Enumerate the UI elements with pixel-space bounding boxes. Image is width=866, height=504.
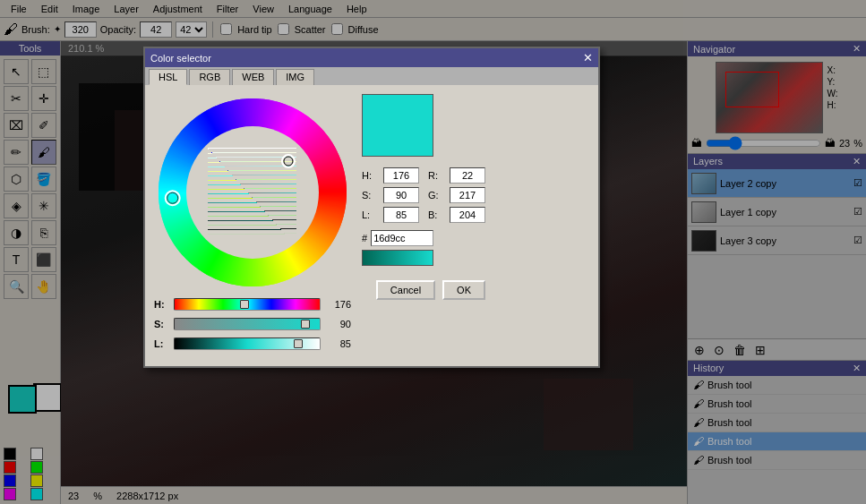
h-field-row: H: R: (362, 167, 485, 184)
g-field-label: G: (428, 190, 446, 201)
color-sliders: H: 176 S: 90 L: (154, 298, 351, 357)
sat-slider-track (174, 318, 321, 330)
sat-label: S: (154, 319, 168, 329)
h-field-label: H: (362, 170, 380, 181)
modal-tabs: HSL RGB WEB IMG (145, 67, 598, 85)
hue-label: H: (154, 299, 168, 310)
hex-input[interactable] (371, 230, 433, 246)
color-wheel-container[interactable] (154, 94, 351, 291)
lum-slider-row: L: 85 (154, 337, 351, 350)
modal-close-icon[interactable]: ✕ (583, 51, 593, 64)
l-field-input[interactable] (383, 207, 419, 223)
color-modal: Color selector ✕ HSL RGB WEB IMG H: (143, 47, 600, 368)
l-field-label: L: (362, 209, 380, 220)
modal-overlay: Color selector ✕ HSL RGB WEB IMG H: (0, 0, 866, 504)
h-field-input[interactable] (383, 167, 419, 184)
hex-row: # (362, 230, 485, 246)
hue-slider-track (174, 298, 321, 311)
l-field-row: L: B: (362, 207, 485, 223)
s-field-row: S: G: (362, 187, 485, 203)
b-field-label: B: (428, 209, 446, 220)
modal-title: Color selector (150, 53, 211, 64)
modal-body: H: 176 S: 90 L: (145, 85, 598, 366)
lum-value: 85 (326, 338, 351, 349)
modal-right: H: R: S: G: L: B: (362, 94, 485, 357)
b-field-input[interactable] (450, 207, 485, 223)
lum-slider-track (174, 337, 321, 350)
hex-label: # (362, 233, 367, 243)
sat-value: 90 (326, 319, 351, 329)
tab-web[interactable]: WEB (232, 69, 274, 85)
s-field-input[interactable] (383, 187, 419, 203)
sat-slider-row: S: 90 (154, 318, 351, 330)
lum-slider-thumb[interactable] (294, 339, 303, 348)
s-field-label: S: (362, 190, 380, 201)
lum-label: L: (154, 338, 168, 349)
r-field-input[interactable] (450, 167, 485, 184)
modal-buttons: Cancel OK (362, 280, 485, 300)
hue-slider-row: H: 176 (154, 298, 351, 311)
tab-hsl[interactable]: HSL (149, 69, 187, 85)
tab-img[interactable]: IMG (276, 69, 314, 85)
modal-titlebar: Color selector ✕ (145, 48, 598, 67)
ok-button[interactable]: OK (442, 280, 485, 300)
g-field-input[interactable] (450, 187, 485, 203)
color-preview-strip (362, 250, 433, 266)
hue-value: 176 (326, 299, 351, 310)
sat-slider-thumb[interactable] (301, 320, 310, 329)
cancel-button[interactable]: Cancel (376, 280, 435, 300)
color-preview-box (362, 94, 433, 157)
color-wheel-canvas[interactable] (154, 94, 351, 291)
r-field-label: R: (428, 170, 446, 181)
hue-slider-thumb[interactable] (240, 300, 249, 309)
tab-rgb[interactable]: RGB (189, 69, 230, 85)
